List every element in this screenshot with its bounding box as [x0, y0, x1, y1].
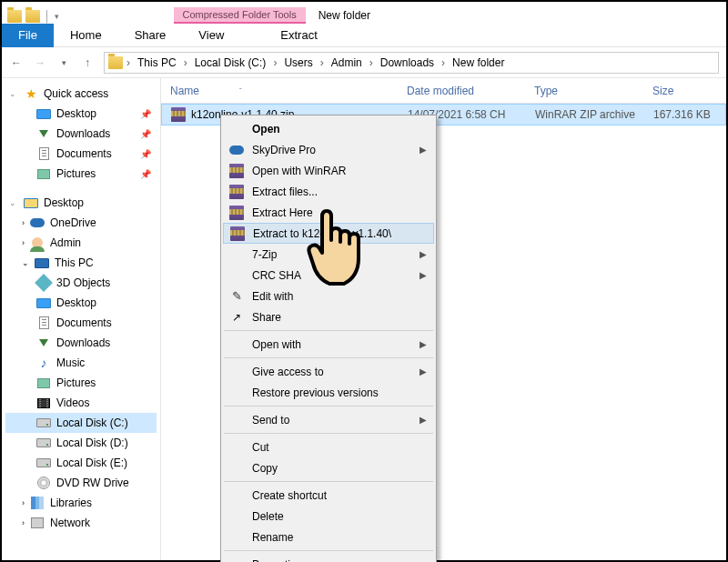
sidebar-item-network[interactable]: ›Network — [5, 513, 157, 533]
sidebar-item-libraries[interactable]: ›Libraries — [5, 493, 157, 513]
sidebar-item-desktop[interactable]: Desktop📌 — [5, 104, 157, 124]
menu-share[interactable]: ↗Share — [223, 306, 434, 327]
sidebar-item-3dobjects[interactable]: 3D Objects — [5, 273, 157, 293]
recent-dropdown[interactable]: ▾ — [56, 55, 71, 70]
menu-restore[interactable]: Restore previous versions — [223, 382, 434, 403]
pictures-icon — [36, 166, 51, 181]
sidebar-label: Network — [50, 517, 90, 529]
sidebar-item-desktop[interactable]: Desktop — [5, 293, 157, 313]
sidebar-item-documents[interactable]: Documents — [5, 313, 157, 333]
sidebar-item-videos[interactable]: Videos — [5, 393, 157, 413]
chevron-right-icon: › — [271, 56, 278, 69]
sidebar-item-thispc[interactable]: ⌄This PC — [5, 253, 157, 273]
sidebar-label: Local Disk (D:) — [56, 437, 128, 449]
chevron-right-icon: › — [22, 498, 25, 507]
column-date[interactable]: Date modified — [398, 85, 525, 97]
menu-open-with[interactable]: Open with▶ — [223, 334, 434, 355]
sidebar-item-downloads[interactable]: Downloads — [5, 333, 157, 353]
menu-crc-sha[interactable]: CRC SHA▶ — [223, 265, 434, 286]
sidebar-desktop-header[interactable]: ⌄ Desktop — [5, 193, 157, 213]
view-tab[interactable]: View — [182, 24, 240, 47]
breadcrumb-item[interactable]: Local Disk (C:) — [191, 56, 270, 69]
breadcrumb-item[interactable]: This PC — [134, 56, 180, 69]
menu-extract-here[interactable]: Extract Here — [223, 202, 434, 223]
sidebar-item-admin[interactable]: ›Admin — [5, 233, 157, 253]
sidebar-item-downloads[interactable]: Downloads📌 — [5, 124, 157, 144]
menu-cut[interactable]: Cut — [223, 437, 434, 457]
sidebar-label: Desktop — [44, 196, 84, 209]
menu-edit-with[interactable]: ✎Edit with — [223, 286, 434, 306]
menu-copy[interactable]: Copy — [223, 457, 434, 478]
column-size[interactable]: Size — [643, 85, 726, 97]
sidebar-item-documents[interactable]: Documents📌 — [5, 144, 157, 164]
sidebar-item-dvd-drive[interactable]: DVD RW Drive — [5, 473, 157, 493]
breadcrumb-item[interactable]: Admin — [328, 56, 366, 69]
breadcrumb-item[interactable]: Downloads — [377, 56, 438, 69]
up-button[interactable]: ↑ — [80, 55, 95, 70]
menu-extract-to[interactable]: Extract to k12online-v1.1.40\ — [223, 223, 434, 244]
sidebar-item-local-disk-d[interactable]: Local Disk (D:) — [5, 433, 157, 453]
address-bar[interactable]: › This PC › Local Disk (C:) › Users › Ad… — [104, 52, 719, 74]
file-tab[interactable]: File — [2, 24, 54, 47]
ribbon-contextual-tab: Compressed Folder Tools — [174, 7, 306, 24]
winrar-icon — [171, 107, 186, 122]
menu-separator — [224, 406, 433, 406]
column-name[interactable]: Nameˆ — [161, 85, 398, 97]
sidebar-item-local-disk-c[interactable]: Local Disk (C:) — [5, 413, 157, 433]
chevron-right-icon: › — [440, 56, 447, 69]
sidebar-label: Music — [56, 356, 85, 369]
home-tab[interactable]: Home — [54, 24, 118, 47]
sidebar-label: Desktop — [56, 107, 96, 120]
qat-open-icon[interactable] — [25, 9, 40, 24]
chevron-right-icon: ▶ — [420, 145, 427, 155]
sidebar-item-pictures[interactable]: Pictures📌 — [5, 164, 157, 184]
sidebar-item-pictures[interactable]: Pictures — [5, 373, 157, 393]
breadcrumb-item[interactable]: New folder — [449, 56, 508, 69]
menu-rename[interactable]: Rename — [223, 527, 434, 547]
chevron-right-icon: ▶ — [420, 270, 427, 280]
chevron-down-icon: ⌄ — [9, 198, 18, 207]
pin-icon: 📌 — [140, 149, 151, 159]
extract-tab[interactable]: Extract — [264, 24, 333, 47]
star-icon: ★ — [24, 86, 38, 101]
music-icon: ♪ — [36, 356, 51, 370]
menu-create-shortcut[interactable]: Create shortcut — [223, 485, 434, 506]
videos-icon — [36, 396, 51, 410]
menu-send-to[interactable]: Send to▶ — [223, 409, 434, 430]
menu-properties[interactable]: Properties — [223, 554, 434, 562]
column-type[interactable]: Type — [525, 85, 643, 97]
sidebar-item-music[interactable]: ♪Music — [5, 353, 157, 373]
chevron-right-icon: › — [318, 56, 326, 69]
menu-extract-files[interactable]: Extract files... — [223, 181, 434, 202]
3d-icon — [36, 276, 51, 290]
back-button[interactable]: ← — [9, 55, 24, 70]
folder-icon — [108, 55, 123, 70]
pictures-icon — [36, 376, 51, 390]
quick-access-toolbar: │ ▾ — [2, 9, 65, 24]
sidebar-item-onedrive[interactable]: ›OneDrive — [5, 213, 157, 233]
forward-button[interactable]: → — [33, 55, 47, 70]
qat-dropdown-icon[interactable]: ▾ — [55, 12, 59, 21]
winrar-icon — [228, 184, 245, 200]
sidebar-item-local-disk-e[interactable]: Local Disk (E:) — [5, 453, 157, 473]
chevron-right-icon: › — [22, 238, 25, 247]
desktop-icon — [24, 196, 38, 210]
menu-open[interactable]: Open — [223, 118, 434, 139]
quick-access-header[interactable]: ⌄ ★ Quick access — [5, 84, 157, 104]
share-tab[interactable]: Share — [118, 24, 183, 47]
menu-delete[interactable]: Delete — [223, 506, 434, 527]
menu-open-winrar[interactable]: Open with WinRAR — [223, 160, 434, 181]
drive-icon — [36, 416, 51, 430]
cloud-icon — [228, 142, 245, 158]
desktop-icon — [36, 296, 51, 310]
sidebar-label: Documents — [56, 147, 112, 160]
menu-give-access[interactable]: Give access to▶ — [223, 361, 434, 382]
sort-caret-icon: ˆ — [239, 86, 242, 95]
qat-divider: │ — [44, 10, 51, 23]
winrar-icon — [229, 226, 246, 242]
breadcrumb-item[interactable]: Users — [280, 56, 316, 69]
menu-skydrive[interactable]: SkyDrive Pro▶ — [223, 139, 434, 160]
share-icon: ↗ — [228, 309, 245, 326]
menu-7zip[interactable]: 7-Zip▶ — [223, 244, 434, 265]
sidebar-label: DVD RW Drive — [56, 477, 129, 489]
